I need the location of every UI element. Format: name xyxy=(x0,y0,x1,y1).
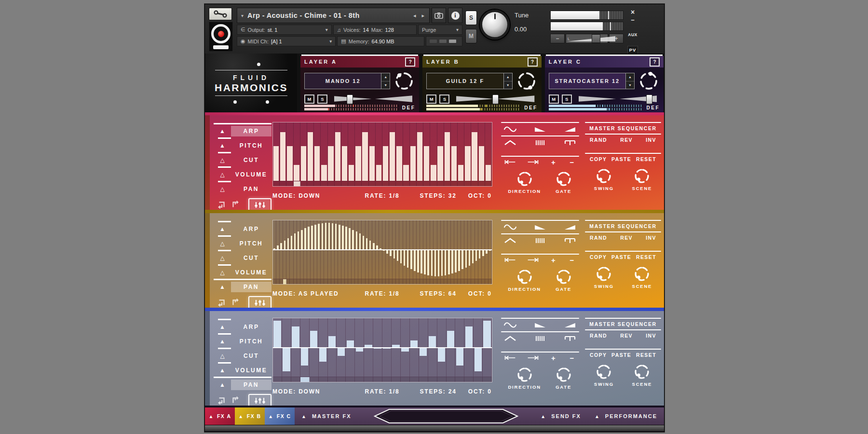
seq-step[interactable] xyxy=(362,122,368,181)
def-button[interactable]: DEF xyxy=(524,105,538,110)
patch-down-button[interactable]: ▼ xyxy=(626,81,634,89)
step-sequencer-display[interactable] xyxy=(272,122,492,187)
paste-button[interactable]: PASTE xyxy=(611,156,631,162)
seq-step[interactable] xyxy=(335,122,341,181)
seq-step[interactable] xyxy=(366,220,369,279)
edit-wrench-button[interactable] xyxy=(209,8,232,20)
ramp-down-icon[interactable] xyxy=(533,125,547,133)
seq-step[interactable] xyxy=(403,122,410,181)
shift-left-icon[interactable] xyxy=(503,256,517,264)
shift-right-icon[interactable] xyxy=(526,354,540,362)
info-button[interactable]: i xyxy=(448,8,462,23)
help-button[interactable]: ? xyxy=(650,57,660,67)
seq-step[interactable] xyxy=(458,220,461,279)
seq-step[interactable] xyxy=(273,220,276,279)
seq-step[interactable] xyxy=(348,220,352,279)
seq-step[interactable] xyxy=(352,220,355,279)
seq-step[interactable] xyxy=(396,122,403,181)
tune-knob[interactable] xyxy=(480,10,510,40)
square-wave-icon[interactable] xyxy=(563,237,577,244)
copy-to-prev-icon[interactable] xyxy=(217,298,226,308)
seq-step[interactable] xyxy=(448,220,451,279)
seq-step[interactable] xyxy=(364,318,373,377)
layer-solo-button[interactable]: S xyxy=(317,95,327,104)
patch-up-button[interactable]: ▲ xyxy=(504,73,512,81)
seq-step[interactable] xyxy=(488,220,492,279)
tab-fx-b[interactable]: ▲FX B xyxy=(235,407,265,425)
seq-step[interactable] xyxy=(307,220,311,279)
seq-step[interactable] xyxy=(369,122,376,181)
seq-step[interactable] xyxy=(474,318,483,377)
comb-pattern-icon[interactable] xyxy=(533,139,547,147)
seq-step[interactable] xyxy=(373,318,382,377)
gate-knob[interactable]: GATE xyxy=(555,268,572,292)
seq-step[interactable] xyxy=(319,318,328,377)
seq-step[interactable] xyxy=(337,318,346,377)
seq-step[interactable] xyxy=(410,318,419,377)
patch-up-button[interactable]: ▲ xyxy=(381,73,390,81)
patch-down-button[interactable]: ▼ xyxy=(381,81,390,89)
square-wave-icon[interactable] xyxy=(563,335,577,342)
lane-tab-cut[interactable]: △CUT xyxy=(214,155,271,165)
seq-step[interactable] xyxy=(273,122,280,181)
layer-width-slider[interactable] xyxy=(334,95,412,103)
layer-solo-button[interactable]: S xyxy=(439,95,449,104)
seq-step[interactable] xyxy=(478,220,482,279)
seq-step[interactable] xyxy=(324,220,327,279)
mode-readout[interactable]: MODE: AS PLAYED xyxy=(272,290,365,297)
seq-step[interactable] xyxy=(389,220,393,279)
ramp-down-icon[interactable] xyxy=(533,223,547,231)
copy-to-prev-icon[interactable] xyxy=(217,396,226,406)
seq-step[interactable] xyxy=(423,122,430,181)
sine-wave-icon[interactable] xyxy=(503,223,517,231)
layer-solo-button[interactable]: S xyxy=(562,95,572,104)
output-select[interactable]: ∈ Output: st. 1 ▾ xyxy=(237,25,332,35)
shift-left-icon[interactable] xyxy=(503,354,517,362)
def-button[interactable]: DEF xyxy=(402,105,416,110)
lane-tab-arp[interactable]: ▲ARP xyxy=(214,224,271,234)
inv-button[interactable]: INV xyxy=(646,333,656,339)
mode-readout[interactable]: MODE: DOWN xyxy=(272,192,365,199)
increase-button[interactable]: + xyxy=(548,256,558,264)
seq-step[interactable] xyxy=(382,122,389,181)
scene-knob[interactable]: SCENE xyxy=(632,363,652,387)
rand-button[interactable]: RAND xyxy=(590,235,607,241)
seq-step[interactable] xyxy=(280,122,286,181)
rev-button[interactable]: REV xyxy=(620,333,633,339)
master-sequencer-button[interactable]: MASTER SEQUENCER xyxy=(585,123,661,134)
seq-step[interactable] xyxy=(273,318,282,377)
purge-menu[interactable]: Purge ▾ xyxy=(418,25,462,35)
seq-step[interactable] xyxy=(321,122,327,181)
seq-step[interactable] xyxy=(307,122,314,181)
triangle-outline-icon[interactable]: △ xyxy=(214,171,231,178)
scene-knob[interactable]: SCENE xyxy=(632,265,652,289)
seq-step[interactable] xyxy=(444,220,448,279)
patch-selector[interactable]: GUILD 12 F ▲▼ xyxy=(426,73,512,89)
lane-tab-volume[interactable]: △VOLUME xyxy=(214,267,271,278)
rand-button[interactable]: RAND xyxy=(590,333,607,339)
seq-step[interactable] xyxy=(300,220,304,279)
seq-step[interactable] xyxy=(464,318,474,377)
seq-step[interactable] xyxy=(328,318,337,377)
patch-down-button[interactable]: ▼ xyxy=(504,81,512,89)
seq-step[interactable] xyxy=(396,220,399,279)
close-icon[interactable]: × xyxy=(631,9,635,15)
triangle-wave-icon[interactable] xyxy=(503,139,517,147)
slider-handle[interactable] xyxy=(646,95,652,104)
ramp-up-icon[interactable] xyxy=(563,125,577,133)
shift-right-icon[interactable] xyxy=(526,158,540,166)
prev-preset-button[interactable]: ◂ xyxy=(412,13,417,19)
tab-fx-a[interactable]: ▲FX A xyxy=(205,407,235,425)
inv-button[interactable]: INV xyxy=(646,137,656,143)
lane-tab-pitch[interactable]: ▲PITCH xyxy=(214,140,271,151)
seq-step[interactable] xyxy=(314,122,321,181)
copy-to-prev-icon[interactable] xyxy=(217,200,226,210)
rev-button[interactable]: REV xyxy=(620,235,633,241)
seq-step[interactable] xyxy=(335,220,338,279)
seq-step[interactable] xyxy=(417,122,423,181)
lane-tab-volume[interactable]: ▲VOLUME xyxy=(214,365,271,376)
seq-step[interactable] xyxy=(451,220,454,279)
seq-step[interactable] xyxy=(328,122,335,181)
seq-step[interactable] xyxy=(407,220,410,279)
seq-step[interactable] xyxy=(437,220,441,279)
